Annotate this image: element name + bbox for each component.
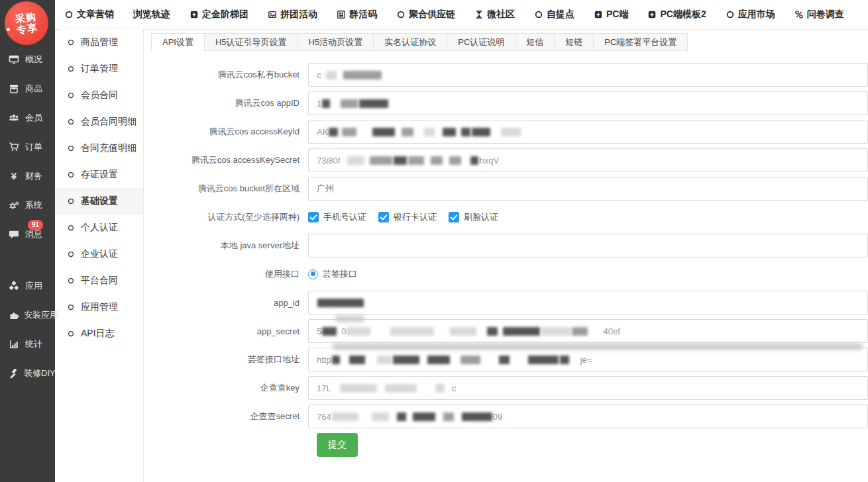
checkbox-label: 刷脸认证: [464, 211, 498, 223]
install-apps-icon: [9, 310, 19, 320]
menu-item-订单管理[interactable]: 订单管理: [55, 56, 143, 82]
form-row: 认证方式(至少选择两种)手机号认证银行卡认证刷脸认证: [144, 205, 868, 229]
sidebar-item-装修DIY[interactable]: 装修DIY: [0, 365, 55, 381]
top-nav-item-label: 微社区: [487, 9, 515, 21]
top-nav-item-群活码[interactable]: 群活码: [337, 9, 377, 21]
top-nav-item-浏览轨迹[interactable]: 浏览轨迹: [133, 9, 170, 21]
tab-实名认证协议[interactable]: 实名认证协议: [373, 33, 447, 51]
top-nav-item-label: 聚合供应链: [409, 9, 455, 21]
sidebar-item-安装应用[interactable]: 安装应用: [0, 307, 55, 323]
top-nav-item-拼团活动[interactable]: 拼团活动: [268, 9, 317, 21]
menu-item-商品管理[interactable]: 商品管理: [55, 29, 143, 56]
menu-item-平台合同[interactable]: 平台合同: [55, 267, 143, 294]
sidebar-item-订单[interactable]: 订单: [0, 139, 55, 155]
checkbox-option-刷脸认证[interactable]: 刷脸认证: [449, 211, 498, 223]
menu-item-应用管理[interactable]: 应用管理: [55, 294, 143, 320]
sidebar-item-会员[interactable]: 会员: [0, 110, 55, 126]
input-腾讯云cos accessKeyId[interactable]: AK: [308, 120, 868, 144]
top-nav-item-聚合供应链[interactable]: 聚合供应链: [396, 9, 455, 21]
sidebar-item-财务[interactable]: ¥财务: [0, 168, 55, 184]
menu-item-存证设置[interactable]: 存证设置: [55, 162, 143, 188]
redacted-segment: [413, 412, 435, 421]
sidebar-item-label: 应用: [25, 280, 42, 292]
top-nav-item-问卷调查[interactable]: 问卷调查: [794, 9, 844, 21]
menu-item-会员合同[interactable]: 会员合同: [55, 82, 143, 109]
primary-sidebar: 采购 专享 概况商品会员订单¥财务系统消息91应用安装应用统计装修DIY: [0, 0, 55, 482]
message-icon: [9, 229, 21, 240]
menu-item-label: 应用管理: [81, 301, 118, 313]
redacted-segment: [385, 384, 417, 393]
sidebar-item-label: 商品: [25, 83, 42, 95]
menu-circle-icon: [67, 171, 75, 179]
input-企查查key[interactable]: 17Lc: [308, 376, 868, 400]
top-nav-item-微社区[interactable]: 微社区: [474, 9, 515, 21]
input-app_secret[interactable]: 5040ef: [308, 319, 868, 343]
input-企查查secret[interactable]: 76409: [308, 405, 868, 428]
tab-短链[interactable]: 短链: [554, 33, 594, 51]
form-label: 腾讯云cos accessKeySecret: [144, 154, 308, 166]
form-row-submit: 提交: [144, 433, 868, 457]
tab-PC认证说明[interactable]: PC认证说明: [447, 33, 515, 51]
input-芸签接口地址[interactable]: httpje=: [308, 348, 868, 371]
radio-selected-icon[interactable]: [308, 269, 318, 279]
top-nav-item-PC端模板2[interactable]: PC端模板2: [647, 9, 706, 21]
input-本地 java server地址[interactable]: [308, 234, 868, 258]
input-value-fragment: 5: [317, 326, 321, 336]
circle-icon: [64, 10, 74, 19]
menu-item-会员合同明细[interactable]: 会员合同明细: [55, 109, 143, 135]
sidebar-item-统计[interactable]: 统计: [0, 336, 55, 352]
tab-PC端签署平台设置[interactable]: PC端签署平台设置: [593, 33, 688, 51]
menu-circle-icon: [67, 144, 75, 152]
top-nav-item-PC端[interactable]: PC端: [594, 9, 628, 21]
menu-item-基础设置[interactable]: 基础设置: [55, 188, 143, 215]
form-label: 认证方式(至少选择两种): [144, 211, 308, 223]
menu-circle-icon: [67, 330, 75, 338]
checkbox-option-手机号认证[interactable]: 手机号认证: [308, 211, 366, 223]
input-腾讯云cos bucket所在区域[interactable]: 广州: [308, 177, 868, 201]
sidebar-item-消息[interactable]: 消息91: [0, 226, 55, 242]
members-icon: [9, 113, 21, 123]
qr-icon: [337, 10, 346, 19]
input-腾讯云cos accessKeySecret[interactable]: 73i80fhxqV: [308, 148, 868, 172]
tab-H5活动页设置[interactable]: H5活动页设置: [298, 33, 374, 51]
tab-API设置[interactable]: API设置: [151, 33, 205, 51]
app-logo[interactable]: 采购 专享: [5, 1, 48, 45]
radio-option-芸签接口[interactable]: 芸签接口: [308, 268, 357, 280]
checkbox-checked-icon[interactable]: [378, 212, 389, 222]
top-nav-item-定金阶梯团[interactable]: 定金阶梯团: [190, 9, 248, 21]
checkbox-option-银行卡认证[interactable]: 银行卡认证: [378, 211, 437, 223]
top-nav-item-label: 定金阶梯团: [202, 9, 248, 21]
menu-item-企业认证[interactable]: 企业认证: [55, 241, 143, 267]
menu-circle-icon: [67, 197, 75, 205]
top-nav-item-自提点[interactable]: 自提点: [534, 9, 574, 21]
sidebar-item-商品[interactable]: 商品: [0, 81, 55, 97]
input-app_id[interactable]: [308, 291, 868, 314]
form-row: 芸签接口地址httpje=: [144, 348, 868, 371]
redacted-segment: [393, 356, 419, 364]
menu-circle-icon: [67, 277, 75, 285]
sidebar-item-概况[interactable]: 概况: [0, 52, 55, 68]
sidebar-item-系统[interactable]: 系统: [0, 197, 55, 213]
sidebar-item-应用[interactable]: 应用: [0, 278, 55, 294]
tab-短信[interactable]: 短信: [515, 33, 555, 51]
menu-item-API日志[interactable]: API日志: [55, 320, 143, 347]
blur-artifact: [335, 316, 364, 322]
menu-circle-icon: [67, 91, 75, 99]
redacted-segment: [461, 128, 470, 136]
redacted-segment: [499, 356, 510, 364]
checkbox-checked-icon[interactable]: [449, 212, 459, 222]
checkbox-checked-icon[interactable]: [308, 212, 319, 222]
sidebar-item-label: 概况: [25, 54, 42, 66]
menu-item-合同充值明细[interactable]: 合同充值明细: [55, 135, 143, 162]
top-nav-item-应用市场[interactable]: 应用市场: [726, 9, 775, 21]
redacted-segment: [443, 128, 456, 136]
menu-item-label: 企业认证: [81, 248, 118, 260]
input-腾讯云cos appID[interactable]: 1: [308, 91, 868, 115]
input-腾讯云cos私有bucket[interactable]: c: [308, 63, 868, 87]
submit-button[interactable]: 提交: [317, 433, 358, 457]
form-label: 使用接口: [144, 268, 308, 280]
top-nav-item-文章营销[interactable]: 文章营销: [64, 9, 114, 21]
tab-H5认证引导页设置[interactable]: H5认证引导页设置: [204, 33, 298, 51]
menu-item-个人认证[interactable]: 个人认证: [55, 215, 143, 241]
redacted-segment: [572, 327, 588, 336]
